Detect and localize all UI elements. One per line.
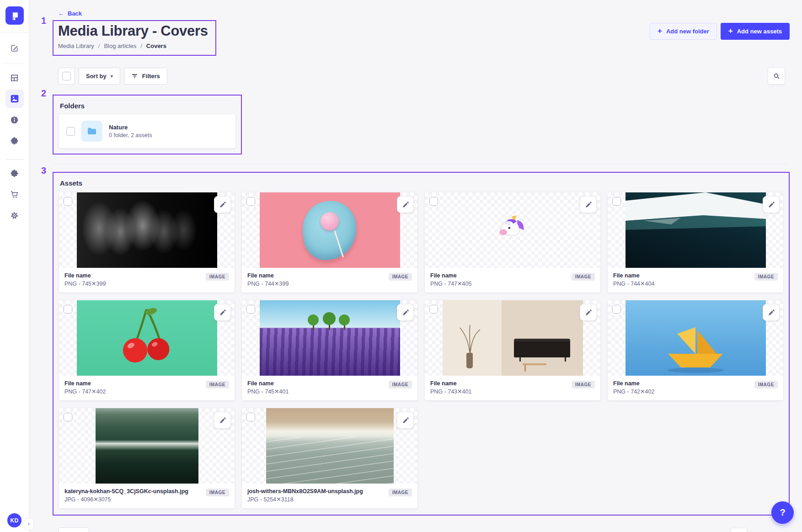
sidebar-item-marketplace[interactable] xyxy=(5,164,24,182)
media-library-icon xyxy=(10,94,20,104)
asset-info: File name PNG - 742✕402 xyxy=(613,380,654,395)
pager: ‹ 1 2 › xyxy=(713,528,785,532)
entries-per-page-select[interactable]: 10 ▾ xyxy=(58,527,89,532)
add-new-folder-button[interactable]: + Add new folder xyxy=(650,23,717,40)
filters-label: Filters xyxy=(142,73,160,80)
back-link[interactable]: ← Back xyxy=(58,10,82,17)
add-new-assets-button[interactable]: + Add new assets xyxy=(721,23,790,40)
sidebar-item-documentation[interactable] xyxy=(5,111,24,129)
edit-pencil-icon xyxy=(219,201,226,208)
chevron-down-icon: ▾ xyxy=(111,74,113,79)
avatar[interactable]: KD xyxy=(7,513,21,527)
edit-asset-button[interactable] xyxy=(397,196,414,213)
puzzle-icon xyxy=(10,136,19,146)
sidebar-item-purchase[interactable] xyxy=(5,185,24,203)
strapi-logo-icon xyxy=(10,11,20,21)
asset-card-footer: File name PNG - 744✕399 IMAGE xyxy=(242,268,417,293)
asset-card-footer: File name PNG - 743✕401 IMAGE xyxy=(425,376,600,400)
asset-file-name: File name xyxy=(64,272,106,279)
asset-checkbox[interactable] xyxy=(246,413,255,421)
collapse-sidebar-button[interactable]: › xyxy=(24,518,34,530)
asset-checkbox[interactable] xyxy=(246,305,255,314)
asset-card[interactable]: File name PNG - 744✕404 IMAGE xyxy=(608,192,783,293)
edit-asset-button[interactable] xyxy=(763,196,780,213)
page-button-1[interactable]: 1 xyxy=(731,528,747,532)
asset-file-name: File name xyxy=(430,272,471,279)
strapi-logo[interactable] xyxy=(5,6,24,25)
toolbar: Sort by ▾ Filters xyxy=(58,68,785,85)
asset-file-name: File name xyxy=(64,380,106,387)
asset-checkbox[interactable] xyxy=(246,197,255,206)
sidebar-item-content-type-builder[interactable] xyxy=(5,69,24,87)
asset-card[interactable]: File name PNG - 745✕399 IMAGE xyxy=(59,192,235,293)
thumbnail-art-paper-boat xyxy=(626,300,766,376)
asset-card[interactable]: File name PNG - 747✕405 IMAGE xyxy=(425,192,600,293)
edit-asset-button[interactable] xyxy=(397,304,414,321)
puzzle-icon xyxy=(10,169,19,178)
asset-card[interactable]: File name PNG - 744✕399 IMAGE xyxy=(242,192,417,293)
asset-checkbox[interactable] xyxy=(64,413,72,421)
sidebar-item-media-library[interactable] xyxy=(5,90,24,108)
select-all-checkbox[interactable] xyxy=(62,72,71,80)
previous-page-button[interactable]: ‹ xyxy=(713,529,727,532)
asset-info: File name PNG - 747✕405 xyxy=(430,272,471,287)
edit-asset-button[interactable] xyxy=(763,304,780,321)
page-header: 1 Media Library - Covers Media Library /… xyxy=(53,20,790,56)
asset-checkbox[interactable] xyxy=(612,305,621,314)
asset-card[interactable]: josh-withers-MBNx8O2S9AM-unsplash.jpg JP… xyxy=(242,408,417,508)
edit-asset-button[interactable] xyxy=(214,412,231,429)
cart-icon xyxy=(10,190,19,199)
edit-asset-button[interactable] xyxy=(214,196,231,213)
folder-tile xyxy=(81,121,102,142)
page-button-2[interactable]: 2 xyxy=(751,528,767,532)
breadcrumb-media-library[interactable]: Media Library xyxy=(58,43,94,49)
asset-card[interactable]: File name PNG - 747✕402 IMAGE xyxy=(59,300,235,400)
sidebar-item-plugins[interactable] xyxy=(5,132,24,150)
asset-file-meta: PNG - 747✕405 xyxy=(430,280,471,287)
asset-card-footer: josh-withers-MBNx8O2S9AM-unsplash.jpg JP… xyxy=(242,484,417,508)
folder-name: Nature xyxy=(109,124,152,131)
asset-card[interactable]: kateryna-kokhan-5CQ_3CjSGKc-unsplash.jpg… xyxy=(59,408,235,508)
asset-card-footer: kateryna-kokhan-5CQ_3CjSGKc-unsplash.jpg… xyxy=(59,484,235,508)
sidebar-divider xyxy=(0,32,29,32)
annotation-number-1: 1 xyxy=(41,16,46,26)
asset-checkbox[interactable] xyxy=(64,197,72,206)
boat-graphic xyxy=(659,325,732,376)
search-button[interactable] xyxy=(768,68,785,85)
asset-checkbox[interactable] xyxy=(612,197,621,206)
asset-type-badge: IMAGE xyxy=(754,381,778,388)
asset-card[interactable]: File name PNG - 743✕401 IMAGE xyxy=(425,300,600,400)
folder-card-nature[interactable]: Nature 0 folder, 2 assets xyxy=(59,114,235,148)
asset-thumbnail xyxy=(59,408,235,484)
filter-icon xyxy=(131,73,138,80)
search-icon xyxy=(773,72,781,80)
sidebar-item-settings[interactable] xyxy=(5,206,24,224)
folder-meta: 0 folder, 2 assets xyxy=(109,132,152,138)
edit-asset-button[interactable] xyxy=(580,304,597,321)
edit-asset-button[interactable] xyxy=(214,304,231,321)
asset-card[interactable]: File name PNG - 745✕401 IMAGE xyxy=(242,300,417,400)
filters-button[interactable]: Filters xyxy=(124,68,167,85)
asset-type-badge: IMAGE xyxy=(389,489,412,496)
sort-by-button[interactable]: Sort by ▾ xyxy=(79,68,120,85)
annotation-box-3: 3 Assets File name PNG - 745✕399 IMA xyxy=(53,172,790,516)
folder-checkbox[interactable] xyxy=(66,127,75,136)
gear-icon xyxy=(10,211,19,220)
asset-checkbox[interactable] xyxy=(429,305,438,314)
next-page-button[interactable]: › xyxy=(771,529,785,532)
help-button[interactable]: ? xyxy=(771,501,794,524)
asset-card[interactable]: File name PNG - 742✕402 IMAGE xyxy=(608,300,783,400)
sidebar-item-content-manager[interactable] xyxy=(5,39,24,57)
sidebar-divider xyxy=(5,159,24,160)
folder-info: Nature 0 folder, 2 assets xyxy=(109,124,152,138)
breadcrumb-blog-articles[interactable]: Blog articles xyxy=(104,43,136,49)
edit-asset-button[interactable] xyxy=(580,196,597,213)
asset-checkbox[interactable] xyxy=(64,305,72,314)
sort-by-label: Sort by xyxy=(86,73,107,80)
asset-info: File name PNG - 744✕399 xyxy=(247,272,289,287)
thumbnail-art-lollipop xyxy=(260,192,400,268)
asset-thumbnail xyxy=(425,192,600,268)
edit-asset-button[interactable] xyxy=(397,412,414,429)
asset-checkbox[interactable] xyxy=(429,197,438,206)
annotation-box-2: 2 Folders Nature 0 folder, 2 assets xyxy=(53,95,242,154)
